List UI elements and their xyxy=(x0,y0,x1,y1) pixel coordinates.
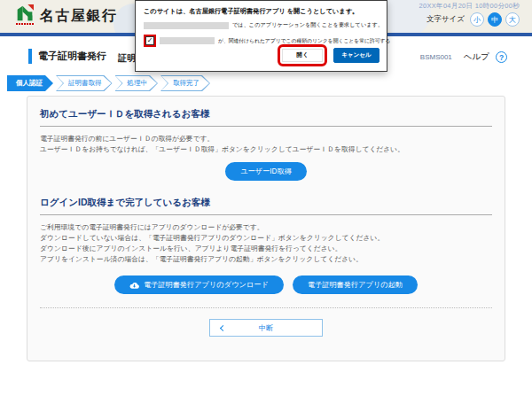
section2-text-line: アプリをインストール済の場合は、「電子証明書発行アプリの起動」ボタンをクリックし… xyxy=(40,254,492,265)
page: 名古屋銀行 20XX年04月20日 10時00分00秒 文字サイズ 小 中 大 … xyxy=(0,0,532,419)
redacted-app-name xyxy=(144,22,229,29)
divider xyxy=(40,214,492,215)
section1-heading: 初めてユーザーＩＤを取得されるお客様 xyxy=(40,108,492,120)
app-launch-button[interactable]: 電子証明書発行アプリの起動 xyxy=(293,275,418,294)
dotted-divider xyxy=(40,307,492,308)
divider xyxy=(40,126,492,127)
font-size-small-button[interactable]: 小 xyxy=(470,12,484,27)
page-title: 電子証明書発行 xyxy=(28,49,106,64)
bank-logo-icon xyxy=(16,4,34,22)
title-accent-bar xyxy=(28,49,32,64)
open-button-annotation-red-box: 開く xyxy=(278,44,327,66)
main-panel: 初めてユーザーＩＤを取得されるお客様 電子証明書発行の前にユーザーＩＤの取得が必… xyxy=(27,96,505,361)
bank-name: 名古屋銀行 xyxy=(40,7,118,26)
redacted-site-name xyxy=(160,37,215,44)
abort-button[interactable]: 中断 xyxy=(209,319,323,337)
logo-subtext xyxy=(16,23,34,25)
open-app-dialog: このサイトは、名古屋銀行電子証明書発行アプリ を開こうとしています。 では、この… xyxy=(135,0,387,72)
nav-tab-certificate[interactable]: 証明 xyxy=(118,52,136,65)
step-personal-auth: 個人認証 個人認証 xyxy=(7,75,53,91)
datetime-display: 20XX年04月20日 10時00分00秒 xyxy=(419,2,520,11)
font-size-label: 文字サイズ xyxy=(426,14,465,25)
always-allow-checkbox[interactable]: ✓ xyxy=(145,36,154,45)
help-link[interactable]: ヘルプ xyxy=(464,51,489,63)
help-icon[interactable]: ? xyxy=(496,51,507,63)
step-complete: 取得完了 取得完了 xyxy=(160,75,210,91)
section2-text-line: ダウンロードしていない場合は、「電子証明書発行アプリのダウンロード」ボタンをクリ… xyxy=(40,233,492,244)
dialog-cancel-button[interactable]: キャンセル xyxy=(333,48,379,63)
section2-heading: ログインID取得まで完了しているお客様 xyxy=(40,197,492,209)
dialog-request-text: では、このアプリケーションを開くことを要求しています。 xyxy=(232,21,383,29)
bank-logo[interactable]: 名古屋銀行 xyxy=(16,4,118,26)
font-size-medium-button[interactable]: 中 xyxy=(488,12,502,27)
app-download-button[interactable]: 電子証明書発行アプリのダウンロード xyxy=(114,275,284,294)
user-id-acquire-button[interactable]: ユーザーID取得 xyxy=(225,162,307,181)
step-cert-acquire: 証明書取得 証明書取得 xyxy=(56,75,113,91)
dialog-open-button[interactable]: 開く xyxy=(282,49,323,62)
font-size-large-button[interactable]: 大 xyxy=(505,12,520,27)
checkbox-annotation-red-box: ✓ xyxy=(144,35,156,47)
section2-text-line: ご利用環境での電子証明書発行にはアプリのダウンロードが必要です。 xyxy=(40,222,492,233)
section1-text-line: 電子証明書発行の前にユーザーＩＤの取得が必要です。 xyxy=(40,134,492,144)
section2-text-line: ダウンロード後にアプリのインストールを行い、アプリより電子証明書発行を行ってくだ… xyxy=(40,244,492,254)
screen-id: BSMS001 xyxy=(420,53,452,61)
progress-steps: 個人認証 個人認証 証明書取得 証明書取得 処理中 処理中 取得完了 取得完了 xyxy=(7,75,213,91)
cloud-download-icon xyxy=(129,281,139,290)
font-size-control: 文字サイズ 小 中 大 xyxy=(419,12,520,27)
section1-text-line: ユーザーＩＤをお持ちでなければ、「ユーザーＩＤ取得」ボタンをクリックしてユーザー… xyxy=(40,144,492,155)
step-processing: 処理中 処理中 xyxy=(115,75,159,91)
dialog-title: このサイトは、名古屋銀行電子証明書発行アプリ を開こうとしています。 xyxy=(144,7,379,16)
chevron-left-icon xyxy=(220,325,226,331)
